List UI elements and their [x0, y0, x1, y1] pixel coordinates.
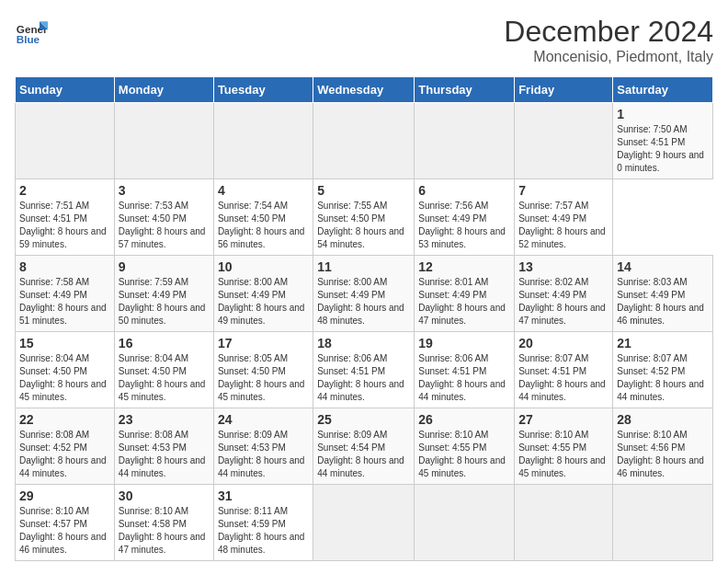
col-header-monday: Monday	[114, 77, 213, 103]
svg-text:Blue: Blue	[17, 33, 40, 45]
week-row-3: 15 Sunrise: 8:04 AMSunset: 4:50 PMDaylig…	[16, 332, 713, 408]
day-number: 1	[617, 107, 709, 121]
logo-icon: General Blue	[15, 15, 48, 48]
calendar-table: SundayMondayTuesdayWednesdayThursdayFrid…	[15, 76, 713, 561]
day-info: Sunrise: 8:00 AMSunset: 4:49 PMDaylight:…	[317, 276, 410, 327]
calendar-cell: 4 Sunrise: 7:54 AMSunset: 4:50 PMDayligh…	[213, 179, 313, 256]
day-info: Sunrise: 7:53 AMSunset: 4:50 PMDaylight:…	[119, 200, 210, 251]
location-title: Moncenisio, Piedmont, Italy	[504, 49, 713, 65]
day-number: 3	[119, 183, 210, 198]
day-info: Sunrise: 7:59 AMSunset: 4:49 PMDaylight:…	[119, 276, 210, 327]
day-number: 13	[518, 259, 609, 274]
day-number: 18	[317, 336, 410, 350]
day-number: 2	[19, 183, 110, 198]
page-header: General Blue December 2024 Moncenisio, P…	[15, 15, 713, 65]
day-number: 15	[19, 336, 110, 350]
calendar-cell	[515, 103, 613, 179]
day-info: Sunrise: 8:08 AMSunset: 4:53 PMDaylight:…	[119, 429, 210, 480]
week-row-1: 2 Sunrise: 7:51 AMSunset: 4:51 PMDayligh…	[16, 179, 713, 256]
day-number: 12	[418, 259, 510, 274]
calendar-cell: 19 Sunrise: 8:06 AMSunset: 4:51 PMDaylig…	[415, 332, 515, 408]
day-number: 5	[317, 183, 410, 198]
day-info: Sunrise: 8:10 AMSunset: 4:57 PMDaylight:…	[19, 505, 110, 557]
calendar-cell: 2 Sunrise: 7:51 AMSunset: 4:51 PMDayligh…	[16, 179, 115, 256]
calendar-cell: 12 Sunrise: 8:01 AMSunset: 4:49 PMDaylig…	[415, 256, 515, 332]
calendar-cell: 18 Sunrise: 8:06 AMSunset: 4:51 PMDaylig…	[313, 332, 415, 408]
day-number: 22	[19, 412, 110, 427]
day-info: Sunrise: 8:04 AMSunset: 4:50 PMDaylight:…	[119, 352, 210, 404]
day-info: Sunrise: 8:04 AMSunset: 4:50 PMDaylight:…	[19, 352, 110, 404]
day-number: 24	[218, 412, 309, 427]
day-number: 14	[617, 259, 709, 274]
calendar-cell: 25 Sunrise: 8:09 AMSunset: 4:54 PMDaylig…	[313, 408, 415, 485]
col-header-saturday: Saturday	[613, 77, 713, 103]
week-row-0: 1 Sunrise: 7:50 AMSunset: 4:51 PMDayligh…	[16, 103, 713, 179]
col-header-wednesday: Wednesday	[313, 77, 415, 103]
calendar-cell: 6 Sunrise: 7:56 AMSunset: 4:49 PMDayligh…	[415, 179, 515, 256]
day-info: Sunrise: 8:09 AMSunset: 4:53 PMDaylight:…	[218, 429, 309, 480]
day-info: Sunrise: 8:01 AMSunset: 4:49 PMDaylight:…	[418, 276, 510, 327]
title-block: December 2024 Moncenisio, Piedmont, Ital…	[504, 15, 713, 65]
day-number: 4	[218, 183, 309, 198]
calendar-cell: 27 Sunrise: 8:10 AMSunset: 4:55 PMDaylig…	[515, 408, 613, 485]
calendar-cell: 1 Sunrise: 7:50 AMSunset: 4:51 PMDayligh…	[613, 103, 713, 179]
day-info: Sunrise: 8:07 AMSunset: 4:51 PMDaylight:…	[518, 352, 609, 404]
calendar-cell	[613, 485, 713, 561]
calendar-cell: 31 Sunrise: 8:11 AMSunset: 4:59 PMDaylig…	[213, 485, 313, 561]
col-header-friday: Friday	[515, 77, 613, 103]
day-number: 7	[518, 183, 609, 198]
calendar-cell: 21 Sunrise: 8:07 AMSunset: 4:52 PMDaylig…	[613, 332, 713, 408]
day-info: Sunrise: 8:10 AMSunset: 4:58 PMDaylight:…	[119, 505, 210, 557]
week-row-5: 29 Sunrise: 8:10 AMSunset: 4:57 PMDaylig…	[16, 485, 713, 561]
day-info: Sunrise: 8:08 AMSunset: 4:52 PMDaylight:…	[19, 429, 110, 480]
calendar-cell	[114, 103, 213, 179]
calendar-cell: 5 Sunrise: 7:55 AMSunset: 4:50 PMDayligh…	[313, 179, 415, 256]
calendar-cell: 30 Sunrise: 8:10 AMSunset: 4:58 PMDaylig…	[114, 485, 213, 561]
col-header-sunday: Sunday	[16, 77, 115, 103]
day-number: 9	[119, 259, 210, 274]
calendar-cell: 16 Sunrise: 8:04 AMSunset: 4:50 PMDaylig…	[114, 332, 213, 408]
day-number: 26	[418, 412, 510, 427]
week-row-2: 8 Sunrise: 7:58 AMSunset: 4:49 PMDayligh…	[16, 256, 713, 332]
day-info: Sunrise: 8:05 AMSunset: 4:50 PMDaylight:…	[218, 352, 309, 404]
day-number: 30	[119, 488, 210, 503]
calendar-cell: 15 Sunrise: 8:04 AMSunset: 4:50 PMDaylig…	[16, 332, 115, 408]
calendar-cell: 3 Sunrise: 7:53 AMSunset: 4:50 PMDayligh…	[114, 179, 213, 256]
day-number: 23	[119, 412, 210, 427]
day-info: Sunrise: 8:10 AMSunset: 4:55 PMDaylight:…	[518, 429, 609, 480]
day-info: Sunrise: 8:10 AMSunset: 4:56 PMDaylight:…	[617, 429, 709, 480]
day-info: Sunrise: 7:56 AMSunset: 4:49 PMDaylight:…	[418, 200, 510, 251]
day-info: Sunrise: 7:58 AMSunset: 4:49 PMDaylight:…	[19, 276, 110, 327]
calendar-cell	[415, 485, 515, 561]
day-number: 17	[218, 336, 309, 350]
day-info: Sunrise: 7:57 AMSunset: 4:49 PMDaylight:…	[518, 200, 609, 251]
day-info: Sunrise: 8:06 AMSunset: 4:51 PMDaylight:…	[317, 352, 410, 404]
day-info: Sunrise: 8:02 AMSunset: 4:49 PMDaylight:…	[518, 276, 609, 327]
calendar-cell: 9 Sunrise: 7:59 AMSunset: 4:49 PMDayligh…	[114, 256, 213, 332]
calendar-cell	[415, 103, 515, 179]
day-number: 20	[518, 336, 609, 350]
week-row-4: 22 Sunrise: 8:08 AMSunset: 4:52 PMDaylig…	[16, 408, 713, 485]
day-number: 28	[617, 412, 709, 427]
day-number: 21	[617, 336, 709, 350]
calendar-cell: 20 Sunrise: 8:07 AMSunset: 4:51 PMDaylig…	[515, 332, 613, 408]
day-info: Sunrise: 7:54 AMSunset: 4:50 PMDaylight:…	[218, 200, 309, 251]
calendar-cell: 29 Sunrise: 8:10 AMSunset: 4:57 PMDaylig…	[16, 485, 115, 561]
calendar-cell: 11 Sunrise: 8:00 AMSunset: 4:49 PMDaylig…	[313, 256, 415, 332]
calendar-cell	[313, 103, 415, 179]
calendar-cell	[515, 485, 613, 561]
day-number: 8	[19, 259, 110, 274]
day-info: Sunrise: 7:51 AMSunset: 4:51 PMDaylight:…	[19, 200, 110, 251]
day-number: 6	[418, 183, 510, 198]
day-info: Sunrise: 8:06 AMSunset: 4:51 PMDaylight:…	[418, 352, 510, 404]
day-number: 10	[218, 259, 309, 274]
calendar-cell: 28 Sunrise: 8:10 AMSunset: 4:56 PMDaylig…	[613, 408, 713, 485]
calendar-cell	[16, 103, 115, 179]
calendar-cell: 24 Sunrise: 8:09 AMSunset: 4:53 PMDaylig…	[213, 408, 313, 485]
calendar-cell	[213, 103, 313, 179]
day-info: Sunrise: 8:00 AMSunset: 4:49 PMDaylight:…	[218, 276, 309, 327]
calendar-cell: 7 Sunrise: 7:57 AMSunset: 4:49 PMDayligh…	[515, 179, 613, 256]
calendar-cell: 14 Sunrise: 8:03 AMSunset: 4:49 PMDaylig…	[613, 256, 713, 332]
month-title: December 2024	[504, 15, 713, 49]
calendar-cell: 17 Sunrise: 8:05 AMSunset: 4:50 PMDaylig…	[213, 332, 313, 408]
